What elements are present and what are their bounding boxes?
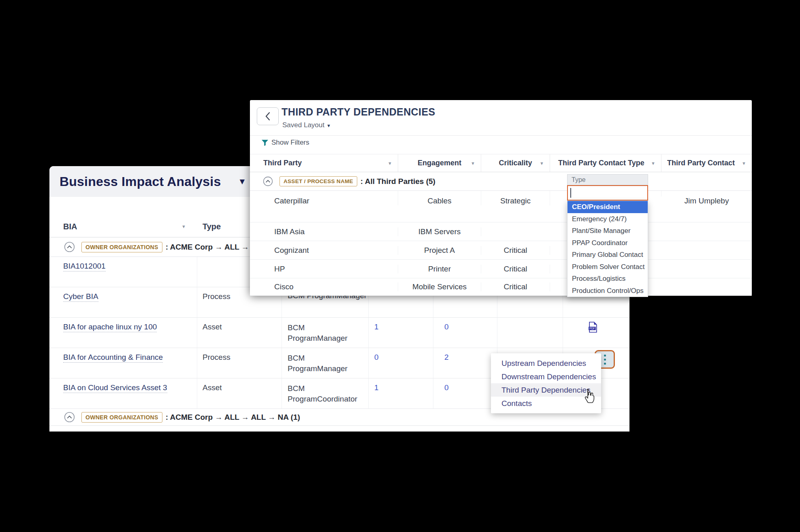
- chevron-up-circle-icon[interactable]: [64, 412, 75, 423]
- screen: Business Impact Analysis ▼ BIA ▼ Type OW…: [0, 0, 800, 532]
- column-header-engagement[interactable]: Engagement▼: [398, 154, 481, 172]
- type-cell: Process: [197, 348, 282, 378]
- kebab-menu-icon: [604, 355, 606, 357]
- option-ceo-president[interactable]: CEO/President: [567, 201, 648, 213]
- filter-options-list: CEO/President Emergency (24/7) Plant/Sit…: [567, 201, 648, 297]
- engagement-cell: Printer: [398, 265, 481, 273]
- chevron-down-icon[interactable]: ▼: [540, 161, 544, 166]
- table-row: Cisco Mobile Services Critical: [250, 278, 752, 296]
- count-link[interactable]: 0: [433, 318, 497, 348]
- table-row: Cognizant Project A Critical: [250, 241, 752, 260]
- panel-title: THIRD PARTY DEPENDENCIES: [282, 106, 435, 118]
- bia-link[interactable]: BIA for apache linux ny 100: [63, 323, 157, 332]
- option-ppap-coordinator[interactable]: PPAP Coordinator: [567, 237, 648, 249]
- person-cell: BCM ProgramManager: [288, 353, 348, 374]
- chevron-down-icon[interactable]: ▼: [181, 222, 186, 237]
- filter-search-input[interactable]: [567, 185, 648, 201]
- row-context-menu: Upstream Dependencies Downstream Depende…: [491, 353, 601, 413]
- filter-icon: [261, 139, 269, 146]
- tpd-table-header: Third Party▼ Engagement▼ Criticality▼ Th…: [250, 154, 752, 172]
- criticality-cell: Critical: [481, 282, 550, 291]
- type-cell: Asset: [197, 378, 282, 408]
- person-cell: BCM ProgramCoordinator: [288, 383, 348, 404]
- show-filters-label: Show Filters: [271, 139, 309, 147]
- third-party-cell: IBM Asia: [250, 227, 398, 236]
- chevron-up-circle-icon[interactable]: [263, 176, 273, 186]
- divider: [250, 135, 752, 136]
- chevron-up-circle-icon[interactable]: [64, 241, 75, 252]
- criticality-cell: Critical: [481, 246, 550, 255]
- chevron-down-icon[interactable]: ▼: [388, 161, 392, 166]
- option-problem-solver-contact[interactable]: Problem Solver Contact: [567, 261, 648, 273]
- criticality-cell: Strategic: [481, 191, 550, 205]
- third-party-dependencies-panel: THIRD PARTY DEPENDENCIES Saved Layout▼ S…: [250, 100, 752, 296]
- column-header-criticality[interactable]: Criticality▼: [481, 154, 550, 172]
- bia-link[interactable]: BIA1012001: [63, 262, 106, 271]
- count-link[interactable]: 1: [369, 378, 433, 408]
- third-party-cell: HP: [250, 265, 398, 273]
- owner-organizations-badge: OWNER ORGANIZATIONS: [81, 242, 162, 252]
- column-header-bia[interactable]: BIA ▼: [49, 216, 197, 237]
- column-header-contact[interactable]: Third Party Contact▼: [661, 154, 752, 172]
- chevron-down-icon[interactable]: ▼: [651, 161, 655, 166]
- option-process-logistics[interactable]: Process/Logistics: [567, 273, 648, 285]
- bia-link[interactable]: BIA for Accounting & Finance: [63, 353, 163, 363]
- chevron-down-icon[interactable]: ▼: [238, 177, 246, 186]
- hand-cursor-icon: [583, 388, 595, 404]
- pdf-icon[interactable]: PDF: [588, 322, 597, 333]
- option-primary-global-contact[interactable]: Primary Global Contact: [567, 249, 648, 261]
- group-label: : ACME Corp → ALL → ALL → NA (1): [166, 413, 300, 422]
- chevron-left-icon: [265, 112, 271, 121]
- group-row-asset-process: ASSET / PROCESS NAME : All Third Parties…: [250, 172, 752, 191]
- engagement-cell: Cables: [398, 191, 481, 205]
- column-header-label: BIA: [63, 222, 77, 237]
- count-link[interactable]: 1: [369, 318, 433, 348]
- back-button[interactable]: [257, 107, 279, 125]
- count-link[interactable]: 2: [433, 348, 497, 378]
- group-label: : All Third Parties (5): [361, 177, 435, 186]
- table-row: Caterpillar Cables Strategic Jim Umpleby: [250, 191, 752, 222]
- show-filters-toggle[interactable]: Show Filters: [261, 139, 309, 147]
- count-link[interactable]: 0: [433, 378, 497, 408]
- filter-column-label: Type: [567, 174, 648, 185]
- third-party-cell: Caterpillar: [250, 191, 398, 205]
- type-cell: Asset: [197, 318, 282, 348]
- option-production-control-ops[interactable]: Production Control/Ops: [567, 285, 648, 297]
- engagement-cell: Project A: [398, 246, 481, 255]
- criticality-cell: Critical: [481, 265, 550, 273]
- column-header-third-party[interactable]: Third Party▼: [250, 154, 398, 172]
- asset-process-name-badge: ASSET / PROCESS NAME: [279, 176, 357, 186]
- engagement-cell: IBM Servers: [398, 227, 481, 236]
- option-plant-site-manager[interactable]: Plant/Site Manager: [567, 225, 648, 237]
- svg-text:PDF: PDF: [589, 327, 595, 330]
- menu-item-upstream-dependencies[interactable]: Upstream Dependencies: [491, 357, 601, 370]
- tpd-table-body: Caterpillar Cables Strategic Jim Umpleby…: [250, 191, 752, 296]
- bia-link[interactable]: Cyber BIA: [63, 292, 98, 302]
- chevron-down-icon[interactable]: ▼: [471, 161, 475, 166]
- chevron-down-icon[interactable]: ▼: [742, 161, 746, 166]
- third-party-cell: Cognizant: [250, 246, 398, 255]
- column-header-contact-type[interactable]: Third Party Contact Type▼: [550, 154, 661, 172]
- menu-item-downstream-dependencies[interactable]: Downstream Dependencies: [491, 370, 601, 383]
- chevron-down-icon: ▼: [326, 123, 331, 128]
- saved-layout-dropdown[interactable]: Saved Layout▼: [282, 121, 331, 129]
- bia-link[interactable]: BIA on Cloud Services Asset 3: [63, 383, 167, 393]
- person-cell: BCM ProgramManager: [288, 323, 348, 344]
- table-row: HP Printer Critical: [250, 260, 752, 278]
- owner-organizations-badge: OWNER ORGANIZATIONS: [81, 412, 162, 423]
- contact-cell: Jim Umpleby: [661, 191, 752, 205]
- contact-type-filter-dropdown: Type CEO/President Emergency (24/7) Plan…: [567, 174, 648, 297]
- option-emergency[interactable]: Emergency (24/7): [567, 213, 648, 225]
- page-title: Business Impact Analysis: [60, 174, 221, 189]
- engagement-cell: Mobile Services: [398, 282, 481, 291]
- table-row: BIA for apache linux ny 100 Asset BCM Pr…: [49, 318, 629, 348]
- count-link[interactable]: 0: [369, 348, 433, 378]
- text-caret: [570, 188, 571, 198]
- saved-layout-label: Saved Layout: [282, 121, 324, 129]
- table-row: IBM Asia IBM Servers: [250, 222, 752, 241]
- third-party-cell: Cisco: [250, 282, 398, 291]
- column-header-label: Type: [203, 222, 221, 231]
